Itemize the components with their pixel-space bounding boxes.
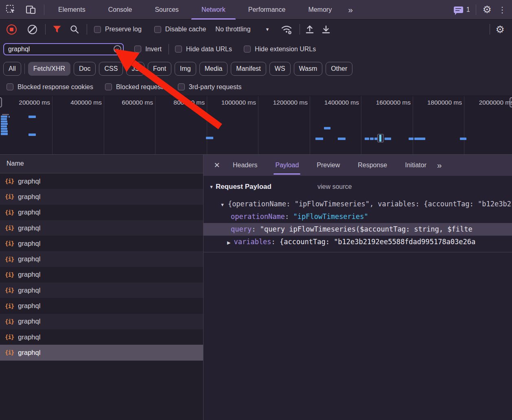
type-chip-all[interactable]: All bbox=[3, 62, 21, 76]
request-row[interactable]: {i}graphql bbox=[0, 189, 203, 204]
clear-filter-icon[interactable]: ✕ bbox=[114, 45, 121, 53]
request-row[interactable]: {i}graphql bbox=[0, 314, 203, 329]
type-chip-manifest[interactable]: Manifest bbox=[231, 62, 266, 76]
timeline-request-bar[interactable] bbox=[379, 135, 381, 142]
hide-data-urls-checkbox[interactable]: Hide data URLs bbox=[175, 46, 232, 53]
request-row[interactable]: {i}graphql bbox=[0, 267, 203, 282]
request-row[interactable]: {i}graphql bbox=[0, 251, 203, 267]
search-icon[interactable] bbox=[70, 24, 79, 34]
checkbox[interactable] bbox=[178, 83, 185, 90]
timeline-request-bar[interactable] bbox=[1, 118, 7, 120]
checkbox[interactable] bbox=[94, 26, 101, 33]
timeline-request-bar[interactable] bbox=[315, 138, 323, 140]
timeline-request-bar[interactable] bbox=[385, 138, 391, 140]
preserve-log-checkbox[interactable]: Preserve log bbox=[94, 26, 142, 33]
payload-tree-row[interactable]: ▶variables: {accountTag: "b12e3b2192ee55… bbox=[203, 236, 512, 248]
network-settings-gear-icon[interactable]: ⚙ bbox=[496, 24, 505, 35]
timeline-request-bar[interactable] bbox=[460, 138, 466, 140]
timeline-request-bar[interactable] bbox=[1, 133, 8, 135]
checkbox[interactable] bbox=[244, 46, 251, 52]
type-chip-ws[interactable]: WS bbox=[269, 62, 291, 76]
timeline-request-bar[interactable] bbox=[409, 138, 414, 140]
timeline-request-bar[interactable] bbox=[2, 114, 9, 115]
timeline-request-bar[interactable] bbox=[324, 127, 330, 129]
triangle-down-icon[interactable]: ▼ bbox=[220, 199, 225, 210]
request-row[interactable]: {i}graphql bbox=[0, 236, 203, 251]
settings-gear-icon[interactable]: ⚙ bbox=[483, 4, 492, 15]
checkbox[interactable] bbox=[105, 83, 112, 90]
timeline-request-bar[interactable] bbox=[206, 137, 213, 139]
timeline-request-bar[interactable] bbox=[370, 138, 374, 140]
request-row[interactable]: {i}graphql bbox=[0, 282, 203, 298]
kebab-menu-icon[interactable]: ⋮ bbox=[496, 5, 509, 15]
details-tab-payload[interactable]: Payload bbox=[267, 155, 306, 176]
request-row[interactable]: {i}graphql bbox=[0, 345, 203, 360]
payload-tree-row[interactable]: operationName: "ipFlowTimeseries" bbox=[203, 210, 512, 223]
hide-extension-urls-checkbox[interactable]: Hide extension URLs bbox=[244, 46, 316, 53]
request-row[interactable]: {i}graphql bbox=[0, 220, 203, 236]
tab-elements[interactable]: Elements bbox=[47, 0, 97, 20]
timeline-request-bar[interactable] bbox=[1, 116, 7, 118]
filter-icon[interactable] bbox=[53, 25, 61, 33]
request-payload-section[interactable]: ▼ Request Payload bbox=[209, 181, 271, 193]
network-conditions-icon[interactable] bbox=[280, 24, 293, 35]
details-tab-response[interactable]: Response bbox=[350, 155, 395, 176]
invert-checkbox[interactable]: Invert bbox=[134, 46, 162, 53]
timeline-overview[interactable]: 200000 ms400000 ms600000 ms800000 ms1000… bbox=[0, 96, 512, 155]
export-har-icon[interactable] bbox=[321, 24, 331, 35]
type-chip-img[interactable]: Img bbox=[175, 62, 196, 76]
record-network-log-button[interactable] bbox=[7, 24, 17, 35]
filter-input[interactable] bbox=[3, 43, 124, 55]
import-har-icon[interactable] bbox=[305, 24, 315, 35]
timeline-request-bar[interactable] bbox=[1, 130, 8, 132]
request-row[interactable]: {i}graphql bbox=[0, 298, 203, 313]
details-tab-preview[interactable]: Preview bbox=[309, 155, 348, 176]
timeline-request-bar[interactable] bbox=[365, 138, 369, 140]
timeline-request-bar[interactable] bbox=[338, 138, 346, 140]
payload-tree-row[interactable]: query: "query ipFlowTimeseries($accountT… bbox=[203, 223, 512, 236]
view-source-link[interactable]: view source bbox=[317, 181, 352, 193]
inspect-element-icon[interactable] bbox=[6, 4, 16, 15]
disable-cache-checkbox[interactable]: Disable cache bbox=[154, 26, 206, 33]
throttling-select[interactable]: No throttling ▼ bbox=[215, 26, 269, 33]
timeline-request-bar[interactable] bbox=[414, 138, 425, 140]
issues-icon[interactable] bbox=[454, 7, 463, 13]
device-toolbar-icon[interactable] bbox=[25, 5, 37, 15]
type-chip-media[interactable]: Media bbox=[199, 62, 228, 76]
type-chip-js[interactable]: JS bbox=[126, 62, 144, 76]
close-icon[interactable]: ✕ bbox=[212, 161, 222, 170]
clear-network-log-icon[interactable] bbox=[28, 25, 37, 34]
timeline-request-bar[interactable] bbox=[9, 116, 10, 118]
type-chip-wasm[interactable]: Wasm bbox=[294, 62, 323, 76]
request-row[interactable]: {i}graphql bbox=[0, 173, 203, 189]
checkbox[interactable] bbox=[7, 83, 13, 90]
details-tab-headers[interactable]: Headers bbox=[225, 155, 265, 176]
checkbox[interactable] bbox=[175, 46, 182, 52]
more-tabs-icon[interactable]: » bbox=[343, 5, 357, 15]
timeline-request-bar[interactable] bbox=[1, 128, 7, 130]
timeline-request-bar[interactable] bbox=[1, 125, 7, 127]
type-chip-font[interactable]: Font bbox=[148, 62, 171, 76]
checkbox[interactable] bbox=[154, 26, 161, 33]
tab-performance[interactable]: Performance bbox=[237, 0, 297, 20]
payload-tree-row[interactable]: ▼{operationName: "ipFlowTimeseries", var… bbox=[203, 198, 512, 210]
timeline-request-bar[interactable] bbox=[28, 133, 36, 136]
tab-sources[interactable]: Sources bbox=[143, 0, 190, 20]
checkbox[interactable] bbox=[134, 46, 141, 52]
details-tab-initiator[interactable]: Initiator bbox=[397, 155, 434, 176]
timeline-request-bar[interactable] bbox=[28, 116, 36, 118]
blocked-requests-checkbox[interactable]: Blocked requests bbox=[105, 83, 166, 91]
3rd-party-requests-checkbox[interactable]: 3rd-party requests bbox=[178, 83, 242, 91]
request-row[interactable]: {i}graphql bbox=[0, 205, 203, 220]
type-chip-doc[interactable]: Doc bbox=[74, 62, 96, 76]
tab-network[interactable]: Network bbox=[190, 0, 237, 20]
type-chip-css[interactable]: CSS bbox=[99, 62, 123, 76]
tab-memory[interactable]: Memory bbox=[297, 0, 343, 20]
request-row[interactable]: {i}graphql bbox=[0, 329, 203, 345]
blocked-response-cookies-checkbox[interactable]: Blocked response cookies bbox=[7, 83, 93, 91]
tab-console[interactable]: Console bbox=[97, 0, 144, 20]
triangle-right-icon[interactable]: ▶ bbox=[227, 236, 230, 248]
timeline-request-bar[interactable] bbox=[1, 120, 7, 122]
name-column-header[interactable]: Name bbox=[0, 155, 203, 173]
type-chip-fetch-xhr[interactable]: Fetch/XHR bbox=[28, 62, 70, 76]
